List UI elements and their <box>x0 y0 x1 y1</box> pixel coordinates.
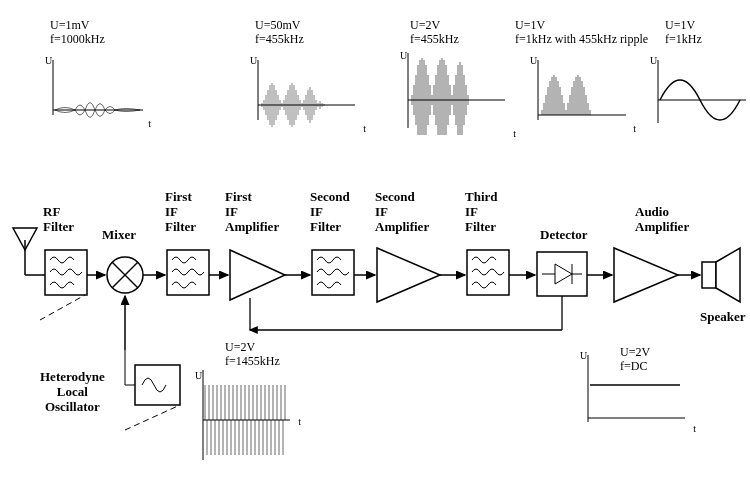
lo-u: U=2V <box>225 340 255 354</box>
svg-line-20 <box>125 405 180 430</box>
lo-f: f=1455kHz <box>225 354 280 368</box>
first-if-amp-block <box>230 250 285 300</box>
superhet-receiver-diagram: U=1mV f=1000kHz U=50mV f=455kHz U=2V f=4… <box>10 10 750 490</box>
second-if-amp-block <box>377 248 440 302</box>
svg-line-19 <box>40 295 85 320</box>
plot-agc: Ut <box>580 350 690 430</box>
audio-amp-block <box>614 248 678 302</box>
svg-rect-30 <box>702 262 716 288</box>
plot-lo: Ut <box>195 370 295 465</box>
antenna-icon <box>13 228 37 275</box>
speaker-icon <box>702 248 740 302</box>
lo-block <box>135 365 180 405</box>
note-lo: U=2V f=1455kHz <box>225 340 280 369</box>
